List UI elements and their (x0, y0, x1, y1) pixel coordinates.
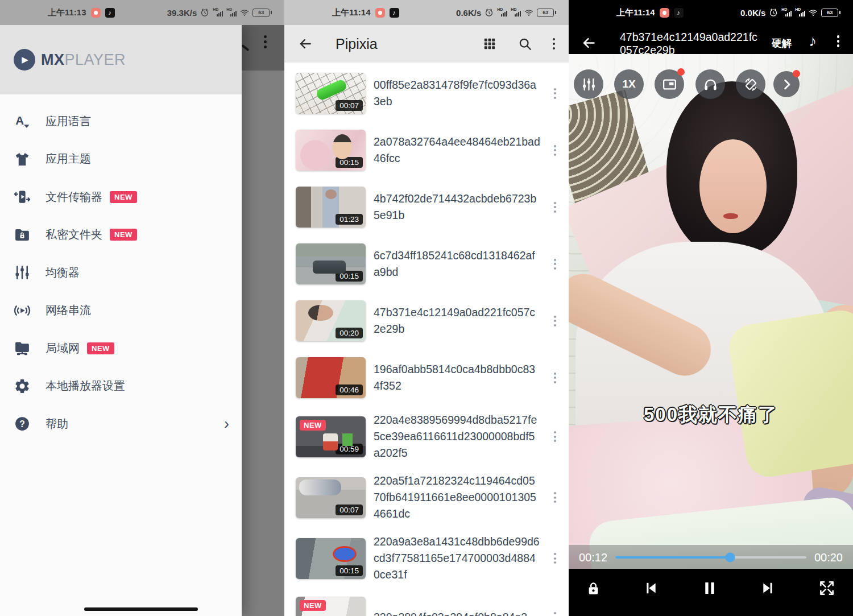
equalizer-icon (14, 264, 31, 281)
item-overflow-button[interactable] (554, 259, 556, 270)
tiktok-icon: ♪ (105, 8, 115, 18)
clock-text: 上午11:14 (616, 7, 655, 18)
pause-button[interactable] (701, 579, 719, 597)
hw-decode-button[interactable]: 硬解 (772, 36, 792, 50)
network-speed: 0.6K/s (456, 8, 481, 18)
screen-record-icon (91, 8, 101, 18)
tiktok-icon: ♪ (390, 8, 399, 18)
drawer-item[interactable]: 应用主题 (0, 140, 242, 179)
video-thumbnail: 00:15 (296, 538, 366, 579)
settings-icon (14, 378, 31, 395)
new-badge: NEW (110, 191, 137, 203)
overflow-menu-button[interactable] (553, 38, 556, 50)
video-list-item[interactable]: 00:15 6c7d34ff185241c68cd1318462afa9bd (284, 235, 569, 292)
video-thumbnail: NEW 00:59 (296, 416, 366, 457)
alarm-icon (200, 8, 209, 17)
lan-icon (14, 340, 31, 357)
player-title-bar: 47b371e4c12149a0ad221fc057c2e29b 硬解 ♪ (569, 25, 853, 58)
overflow-menu-button[interactable] (837, 35, 840, 47)
signal-icon: HD (781, 8, 792, 17)
playing-title: 47b371e4c12149a0ad221fc057c2e29b (620, 31, 763, 57)
duration-badge: 01:23 (336, 214, 363, 225)
video-thumbnail: 00:07 (296, 73, 366, 114)
new-badge: NEW (300, 600, 326, 611)
item-overflow-button[interactable] (554, 612, 556, 616)
drawer-item[interactable]: 文件传输器 NEW (0, 178, 242, 216)
item-overflow-button[interactable] (554, 202, 556, 213)
video-filename: 220a4e8389569994d8dba5217fe5ce39ea611661… (374, 412, 541, 461)
status-bar: 上午11:13 ♪ 39.3K/s HD HD 63 (0, 0, 284, 25)
svg-text:?: ? (19, 419, 25, 429)
video-thumbnail: 00:46 (296, 357, 366, 398)
drawer-item[interactable]: ? 帮助 › (0, 405, 242, 443)
video-thumbnail: 00:07 (296, 477, 366, 518)
equalizer-button[interactable] (574, 69, 603, 99)
video-thumbnail: NEW (296, 597, 366, 616)
item-overflow-button[interactable] (554, 145, 556, 156)
drawer-item[interactable]: A 应用语言 (0, 102, 242, 140)
item-overflow-button[interactable] (554, 492, 556, 503)
video-list-item[interactable]: 00:46 196af0abb5814c0ca4b8dbb0c834f352 (284, 349, 569, 406)
duration-badge: 00:07 (336, 100, 363, 111)
fullscreen-button[interactable] (818, 579, 836, 597)
video-filename: 6c7d34ff185241c68cd1318462afa9bd (374, 247, 541, 280)
more-controls-button[interactable] (773, 71, 800, 97)
video-frame[interactable]: 500我就不痛了 (569, 54, 853, 569)
headphones-button[interactable] (695, 69, 725, 99)
battery-icon: 63 (821, 9, 840, 17)
grid-view-button[interactable] (482, 36, 497, 51)
rotate-screen-button[interactable] (736, 69, 765, 99)
seek-bar[interactable] (615, 556, 806, 559)
next-button[interactable] (759, 579, 777, 597)
drawer-item[interactable]: 网络串流 (0, 292, 242, 330)
item-overflow-button[interactable] (554, 373, 556, 383)
back-button[interactable] (298, 36, 313, 51)
item-overflow-button[interactable] (554, 553, 556, 564)
video-list-item[interactable]: 00:07 220a5f1a72182324c119464cd0570fb641… (284, 467, 569, 528)
video-list-item[interactable]: 00:15 2a078a32764a4ee48464eb21bad46fcc (284, 122, 569, 179)
video-list-item[interactable]: NEW 220a3804fc03a394af0b8a84e2 (284, 589, 569, 616)
notification-dot (677, 68, 685, 76)
drawer-item[interactable]: 均衡器 (0, 254, 242, 292)
video-thumbnail: 01:23 (296, 187, 366, 228)
status-bar: 上午11:14 ♪ 0.6K/s HD HD 63 (284, 0, 569, 25)
drawer-item[interactable]: 局域网 NEW (0, 329, 242, 367)
alarm-icon (485, 8, 494, 17)
video-list-item[interactable]: 00:20 47b371e4c12149a0ad221fc057c2e29b (284, 292, 569, 349)
total-time: 00:20 (814, 551, 843, 564)
seek-bar-knob[interactable] (725, 553, 735, 563)
video-list-item[interactable]: 01:23 4b742f02de714432acbdeb6723b5e91b (284, 179, 569, 235)
search-button[interactable] (517, 36, 532, 51)
item-overflow-button[interactable] (554, 431, 556, 442)
previous-button[interactable] (641, 579, 660, 597)
drawer-item[interactable]: 本地播放器设置 (0, 367, 242, 406)
video-filename: 00ff85e2a831478f9fe7fc093d36a3eb (374, 77, 541, 110)
toolbar: Pipixia (284, 25, 569, 63)
video-list-item[interactable]: 00:07 00ff85e2a831478f9fe7fc093d36a3eb (284, 65, 569, 122)
drawer-item[interactable]: 私密文件夹 NEW (0, 216, 242, 254)
video-thumbnail: 00:15 (296, 130, 366, 171)
item-overflow-button[interactable] (554, 316, 556, 326)
video-filename: 4b742f02de714432acbdeb6723b5e91b (374, 191, 541, 224)
video-filename: 47b371e4c12149a0ad221fc057c2e29b (374, 304, 541, 337)
video-filename: 2a078a32764a4ee48464eb21bad46fcc (374, 134, 541, 167)
screenshot-canvas: 上午11:13 ♪ 39.3K/s HD HD 63 ▶ MXPLAYER A … (0, 0, 853, 616)
audio-track-button[interactable]: ♪ (809, 32, 817, 50)
duration-badge: 00:20 (336, 328, 363, 338)
clock-text: 上午11:14 (332, 7, 371, 18)
video-thumbnail: 00:20 (296, 300, 366, 341)
pip-button[interactable] (655, 69, 684, 99)
playback-speed-button[interactable]: 1X (614, 69, 644, 99)
home-indicator[interactable] (84, 607, 198, 611)
lock-button[interactable] (586, 581, 601, 596)
video-list-item[interactable]: 00:15 220a9a3e8a1431c48dbb6de99d6cd3f775… (284, 528, 569, 589)
video-list: 00:07 00ff85e2a831478f9fe7fc093d36a3eb 0… (284, 63, 569, 616)
duration-badge: 00:46 (336, 385, 363, 395)
item-overflow-button[interactable] (554, 88, 556, 99)
signal-icon: HD (213, 8, 223, 17)
duration-badge: 00:15 (336, 157, 363, 168)
video-list-item[interactable]: NEW 00:59 220a4e8389569994d8dba5217fe5ce… (284, 406, 569, 467)
folder-title: Pipixia (336, 36, 482, 52)
duration-badge: 00:59 (336, 444, 363, 454)
back-button[interactable] (581, 35, 597, 51)
